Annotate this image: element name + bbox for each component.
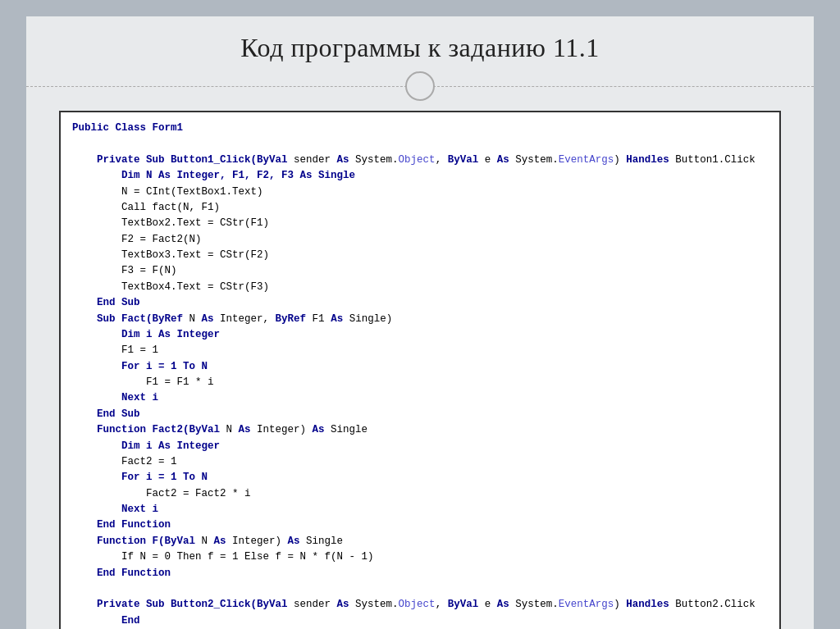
code-line: Call fact(N, F1) bbox=[72, 200, 768, 216]
code-line: F1 = F1 * i bbox=[72, 375, 768, 390]
code-line: Sub Fact(ByRef N As Integer, ByRef F1 As… bbox=[72, 312, 768, 327]
code-line: F1 = 1 bbox=[72, 343, 768, 358]
code-line: Function F(ByVal N As Integer) As Single bbox=[72, 534, 768, 549]
code-line: Fact2 = Fact2 * i bbox=[72, 486, 768, 502]
title-section: Код программы к заданию 11.1 bbox=[26, 16, 814, 63]
code-block: Public Class Form1 Private Sub Button1_C… bbox=[59, 111, 781, 629]
code-line: N = CInt(TextBox1.Text) bbox=[72, 185, 768, 200]
code-line: If N = 0 Then f = 1 Else f = N * f(N - 1… bbox=[72, 549, 768, 565]
code-line: End Sub bbox=[72, 295, 768, 311]
code-line: For i = 1 To N bbox=[72, 359, 768, 375]
code-line: TextBox4.Text = CStr(F3) bbox=[72, 280, 768, 295]
code-line: TextBox3.Text = CStr(F2) bbox=[72, 248, 768, 263]
code-line: Dim N As Integer, F1, F2, F3 As Single bbox=[72, 168, 768, 184]
code-line: End Function bbox=[72, 566, 768, 581]
code-line: F3 = F(N) bbox=[72, 263, 768, 279]
code-line: Dim i As Integer bbox=[72, 439, 768, 454]
code-line: End Function bbox=[72, 517, 768, 533]
code-line: Fact2 = 1 bbox=[72, 454, 768, 470]
code-line bbox=[72, 136, 768, 152]
code-line: Public Class Form1 bbox=[72, 121, 768, 136]
code-line: Next i bbox=[72, 390, 768, 406]
slide-title: Код программы к заданию 11.1 bbox=[59, 33, 781, 63]
code-line: Next i bbox=[72, 502, 768, 517]
code-line bbox=[72, 581, 768, 597]
code-line: Function Fact2(ByVal N As Integer) As Si… bbox=[72, 422, 768, 438]
code-line: For i = 1 To N bbox=[72, 470, 768, 485]
code-line: End Sub bbox=[72, 407, 768, 422]
slide-container: Код программы к заданию 11.1 Public Clas… bbox=[26, 16, 814, 629]
code-line: F2 = Fact2(N) bbox=[72, 232, 768, 248]
code-line: Dim i As Integer bbox=[72, 327, 768, 343]
code-line: TextBox2.Text = CStr(F1) bbox=[72, 216, 768, 231]
code-line: End bbox=[72, 613, 768, 629]
code-line: Private Sub Button1_Click(ByVal sender A… bbox=[72, 153, 768, 168]
circle-connector bbox=[405, 71, 435, 101]
code-line: Private Sub Button2_Click(ByVal sender A… bbox=[72, 597, 768, 613]
divider-area bbox=[26, 71, 814, 101]
